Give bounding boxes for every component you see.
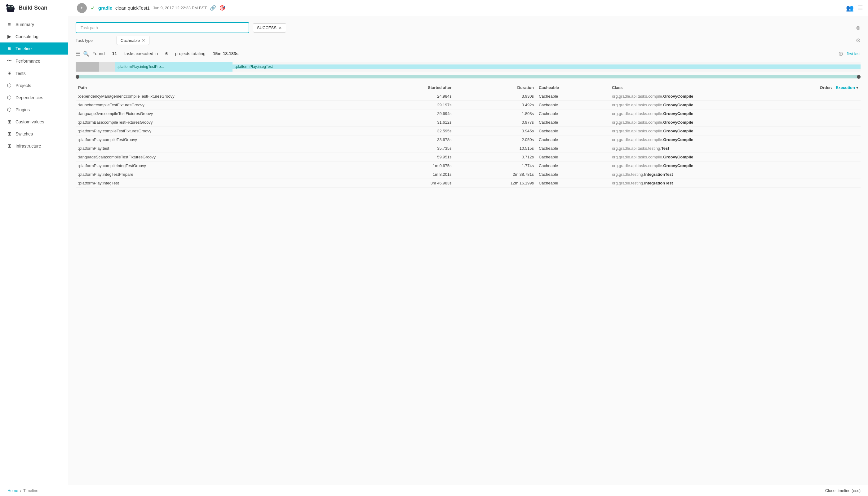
users-icon[interactable]: 👥: [846, 4, 854, 12]
sidebar-item-plugins[interactable]: ⬡ Plugins: [0, 104, 68, 115]
table-row: :languageJvm:compileTestFixturesGroovy 2…: [76, 109, 861, 118]
task-path: :platformPlay:compileTestGroovy: [76, 136, 370, 144]
sidebar-label-dependencies: Dependencies: [16, 95, 43, 100]
table-row: :dependencyManagement:compileTestFixture…: [76, 92, 861, 101]
cacheable-filter-remove[interactable]: ✕: [142, 38, 145, 43]
timeline-seg-1: [76, 62, 99, 72]
task-duration: 0.945s: [454, 127, 536, 136]
project-count: 6: [165, 51, 168, 56]
projects-text: projects totaling: [175, 51, 205, 56]
sidebar-label-infrastructure: Infrastructure: [16, 143, 41, 149]
svg-point-3: [7, 5, 14, 10]
svg-point-2: [12, 9, 14, 12]
task-cacheable: Cacheable: [536, 92, 609, 101]
table-row: :launcher:compileTestFixturesGroovy 29.1…: [76, 101, 861, 109]
task-started-after: 29.197s: [370, 101, 454, 109]
col-class: Class Order: Execution ▾: [609, 83, 861, 92]
timeline-seg-3: :platformPlay:integTestPre...: [115, 62, 233, 72]
task-path: :languageJvm:compileTestFixturesGroovy: [76, 109, 370, 118]
order-value[interactable]: Execution: [836, 85, 855, 90]
summary-links[interactable]: first last: [847, 51, 861, 56]
dependencies-icon: ⬡: [6, 95, 12, 100]
custom-values-icon: ⊞: [6, 119, 12, 125]
task-duration: 12m 16.199s: [454, 179, 536, 188]
sidebar-item-performance[interactable]: 〜 Performance: [0, 55, 68, 67]
footer-home-link[interactable]: Home: [7, 488, 18, 493]
target-icon[interactable]: 🎯: [219, 5, 226, 11]
task-duration: 10.515s: [454, 144, 536, 153]
task-started-after: 29.694s: [370, 109, 454, 118]
task-duration: 1.774s: [454, 161, 536, 170]
task-cacheable: Cacheable: [536, 118, 609, 127]
task-cacheable: Cacheable: [536, 136, 609, 144]
sidebar-label-timeline: Timeline: [16, 46, 32, 51]
scrubber-right-handle[interactable]: [857, 75, 861, 79]
order-caret-icon[interactable]: ▾: [856, 86, 858, 90]
sidebar-item-tests[interactable]: ⊞ Tests: [0, 67, 68, 79]
table-row: :platformPlay:compileIntegTestGroovy 1m …: [76, 161, 861, 170]
table-row: :languageScala:compileTestFixturesGroovy…: [76, 153, 861, 161]
task-cacheable: Cacheable: [536, 109, 609, 118]
menu-icon[interactable]: ☰: [857, 4, 863, 12]
magnify-icon: 🔍: [83, 51, 89, 57]
filter-clear-1[interactable]: ⊗: [856, 25, 861, 31]
task-cacheable: Cacheable: [536, 144, 609, 153]
timeline-seg-2: [99, 62, 115, 72]
logo-area: Build Scan: [5, 2, 73, 14]
task-cacheable: Cacheable: [536, 179, 609, 188]
table-row: :platformPlay:integTestPrepare 1m 8.201s…: [76, 170, 861, 179]
status-filter-label: SUCCESS: [257, 26, 277, 30]
header-right: 👥 ☰: [846, 4, 863, 12]
footer-breadcrumb: Home › Timeline: [7, 488, 38, 493]
sidebar-label-summary: Summary: [16, 22, 34, 27]
task-cacheable: Cacheable: [536, 101, 609, 109]
sidebar-item-infrastructure[interactable]: ⊞ Infrastructure: [0, 140, 68, 152]
task-class: org.gradle.testing.IntegrationTest: [609, 170, 861, 179]
task-path: :languageScala:compileTestFixturesGroovy: [76, 153, 370, 161]
status-filter-remove[interactable]: ✕: [278, 26, 282, 30]
scrubber-left-handle[interactable]: [76, 75, 79, 79]
link-icon[interactable]: 🔗: [210, 5, 216, 11]
task-class: org.gradle.api.tasks.compile.GroovyCompi…: [609, 109, 861, 118]
timeline-seg-4: :platformPlay:integTest: [232, 64, 861, 69]
add-icon[interactable]: ⊕: [838, 50, 843, 57]
footer-close[interactable]: Close timeline (esc): [825, 488, 861, 493]
total-time: 15m 18.183s: [213, 51, 239, 56]
sidebar-item-summary[interactable]: ≡ Summary: [0, 19, 68, 30]
task-class: org.gradle.api.tasks.testing.Test: [609, 144, 861, 153]
switches-icon: ⊞: [6, 131, 12, 137]
task-started-after: 3m 46.983s: [370, 179, 454, 188]
check-icon: ✓: [91, 5, 95, 12]
task-path-input[interactable]: [76, 22, 249, 33]
plugins-icon: ⬡: [6, 107, 12, 112]
user-avatar: t: [77, 3, 87, 13]
order-label: Order:: [820, 85, 832, 90]
task-class: org.gradle.api.tasks.compile.GroovyCompi…: [609, 92, 861, 101]
svg-point-5: [12, 6, 13, 7]
sidebar-item-console-log[interactable]: ▶ Console log: [0, 30, 68, 43]
sidebar-label-switches: Switches: [16, 131, 33, 136]
projects-icon: ⬡: [6, 82, 12, 88]
sidebar: ≡ Summary ▶ Console log ≋ Timeline 〜 Per…: [0, 16, 68, 485]
tasks-text: tasks executed in: [124, 51, 158, 56]
tests-icon: ⊞: [6, 71, 12, 76]
task-started-after: 32.595s: [370, 127, 454, 136]
timeline-bar: :platformPlay:integTestPre... :platformP…: [76, 62, 861, 72]
sidebar-item-switches[interactable]: ⊞ Switches: [0, 128, 68, 140]
task-cacheable: Cacheable: [536, 153, 609, 161]
timeline-scrubber[interactable]: [76, 75, 861, 78]
task-cacheable: Cacheable: [536, 170, 609, 179]
footer-timeline-label: Timeline: [23, 488, 38, 493]
sidebar-item-timeline[interactable]: ≋ Timeline: [0, 43, 68, 55]
task-label: clean quickTest1: [115, 5, 150, 11]
sidebar-item-dependencies[interactable]: ⬡ Dependencies: [0, 91, 68, 104]
gradle-label: gradle: [98, 5, 112, 11]
sidebar-label-projects: Projects: [16, 83, 31, 88]
sidebar-item-custom-values[interactable]: ⊞ Custom values: [0, 115, 68, 128]
filter-clear-2[interactable]: ⊗: [856, 37, 861, 44]
timeline-label-1: :platformPlay:integTestPre...: [115, 64, 167, 69]
sidebar-item-projects[interactable]: ⬡ Projects: [0, 79, 68, 91]
task-duration: 0.712s: [454, 153, 536, 161]
timeline-icon: ≋: [6, 46, 12, 51]
col-duration: Duration: [454, 83, 536, 92]
